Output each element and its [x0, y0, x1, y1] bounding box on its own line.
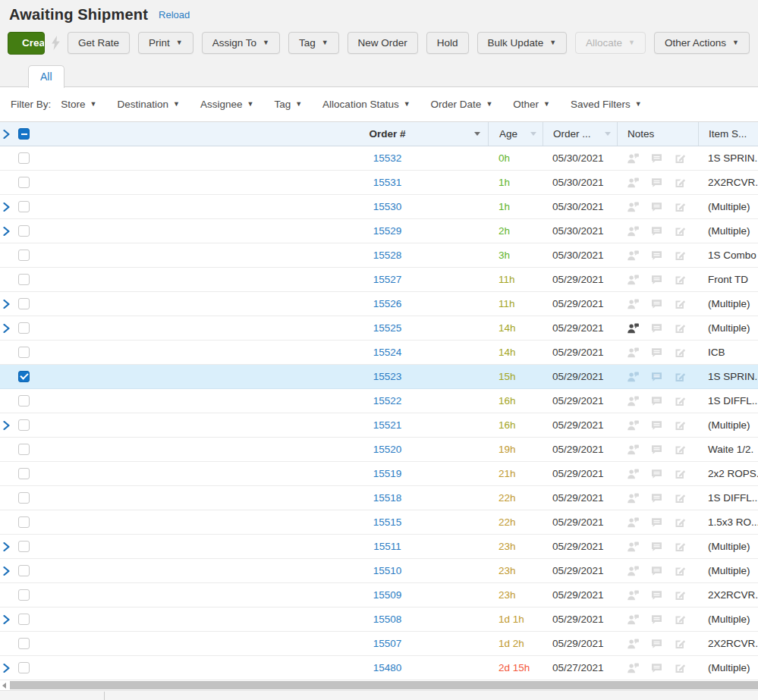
- edit-note-icon[interactable]: [674, 152, 687, 165]
- buyer-note-icon[interactable]: [627, 444, 640, 456]
- edit-note-icon[interactable]: [674, 444, 687, 456]
- edit-note-icon[interactable]: [674, 492, 687, 504]
- edit-note-icon[interactable]: [674, 250, 687, 262]
- order-number-link[interactable]: 15508: [373, 614, 402, 625]
- buyer-note-icon[interactable]: [627, 322, 640, 334]
- order-note-icon[interactable]: [650, 250, 663, 262]
- other-actions-button[interactable]: Other Actions▼: [654, 32, 750, 54]
- table-row[interactable]: 15508 1d 1h 05/29/2021: [0, 607, 758, 632]
- row-checkbox[interactable]: [18, 274, 30, 285]
- buyer-note-icon[interactable]: [627, 152, 640, 165]
- table-row[interactable]: 15507 1d 2h 05/29/2021: [0, 632, 758, 656]
- buyer-note-icon[interactable]: [627, 492, 640, 504]
- table-row[interactable]: 15525 14h 05/29/2021: [0, 316, 758, 341]
- buyer-note-icon[interactable]: [627, 468, 640, 480]
- buyer-note-icon[interactable]: [627, 565, 640, 577]
- order-note-icon[interactable]: [650, 516, 663, 529]
- table-row[interactable]: 15526 11h 05/29/2021: [0, 292, 758, 316]
- buyer-note-icon[interactable]: [627, 250, 640, 262]
- edit-note-icon[interactable]: [674, 638, 687, 650]
- order-note-icon[interactable]: [650, 589, 663, 601]
- row-checkbox[interactable]: [18, 516, 30, 528]
- buyer-note-icon[interactable]: [627, 225, 640, 237]
- table-row[interactable]: 15530 1h 05/30/2021: [0, 195, 758, 219]
- row-checkbox[interactable]: [18, 177, 30, 188]
- assign-to-button[interactable]: Assign To▼: [202, 32, 280, 54]
- row-checkbox[interactable]: [18, 419, 30, 431]
- buyer-note-icon[interactable]: [627, 516, 640, 529]
- edit-note-icon[interactable]: [674, 468, 687, 480]
- edit-note-icon[interactable]: [674, 274, 687, 286]
- order-note-icon[interactable]: [650, 371, 663, 383]
- order-note-icon[interactable]: [650, 541, 663, 553]
- buyer-note-icon[interactable]: [627, 589, 640, 601]
- expand-all-chevron-icon[interactable]: [3, 130, 10, 139]
- order-number-link[interactable]: 15527: [373, 274, 402, 285]
- order-note-icon[interactable]: [650, 419, 663, 432]
- buyer-note-icon[interactable]: [627, 638, 640, 650]
- expand-row-chevron-icon[interactable]: [3, 615, 10, 624]
- buyer-note-icon[interactable]: [627, 662, 640, 674]
- buyer-note-icon[interactable]: [627, 347, 640, 359]
- table-row[interactable]: 15529 2h 05/30/2021: [0, 219, 758, 243]
- order-note-icon[interactable]: [650, 347, 663, 359]
- row-checkbox[interactable]: [18, 152, 30, 164]
- sort-icon[interactable]: [530, 132, 536, 136]
- row-checkbox[interactable]: [18, 250, 30, 261]
- filter-other[interactable]: Other▼: [513, 99, 550, 110]
- row-checkbox[interactable]: [18, 468, 30, 479]
- order-note-icon[interactable]: [650, 225, 663, 237]
- order-note-icon[interactable]: [650, 201, 663, 213]
- row-checkbox[interactable]: [18, 492, 30, 504]
- bulk-update-button[interactable]: Bulk Update▼: [477, 32, 567, 54]
- edit-note-icon[interactable]: [674, 322, 687, 334]
- row-checkbox[interactable]: [18, 347, 30, 358]
- edit-note-icon[interactable]: [674, 225, 687, 237]
- filter-allocation-status[interactable]: Allocation Status▼: [322, 99, 410, 110]
- scroll-left-arrow-icon[interactable]: [2, 683, 6, 689]
- table-row[interactable]: 15528 3h 05/30/2021: [0, 243, 758, 268]
- order-number-link[interactable]: 15530: [373, 201, 402, 212]
- row-checkbox[interactable]: [18, 371, 30, 382]
- order-note-icon[interactable]: [650, 444, 663, 456]
- get-rate-button[interactable]: Get Rate: [68, 32, 130, 54]
- order-note-icon[interactable]: [650, 638, 663, 650]
- table-row[interactable]: 15532 0h 05/30/2021: [0, 146, 758, 171]
- expand-row-chevron-icon[interactable]: [3, 202, 10, 212]
- filter-store[interactable]: Store▼: [61, 99, 96, 110]
- order-note-icon[interactable]: [650, 274, 663, 286]
- table-row[interactable]: 15521 16h 05/29/2021: [0, 413, 758, 438]
- row-checkbox[interactable]: [18, 662, 30, 673]
- table-row[interactable]: 15480 2d 15h 05/27/2021: [0, 656, 758, 680]
- edit-note-icon[interactable]: [674, 565, 687, 577]
- sort-desc-icon[interactable]: [474, 132, 480, 136]
- edit-note-icon[interactable]: [674, 201, 687, 213]
- expand-row-chevron-icon[interactable]: [3, 227, 10, 236]
- order-number-link[interactable]: 15529: [373, 225, 402, 237]
- edit-note-icon[interactable]: [674, 419, 687, 432]
- order-note-icon[interactable]: [650, 395, 663, 407]
- horizontal-scrollbar[interactable]: [0, 680, 758, 690]
- order-note-icon[interactable]: [650, 177, 663, 189]
- buyer-note-icon[interactable]: [627, 371, 640, 383]
- tag-button[interactable]: Tag▼: [288, 32, 339, 54]
- filter-destination[interactable]: Destination▼: [117, 99, 179, 110]
- expand-row-chevron-icon[interactable]: [3, 542, 10, 551]
- row-checkbox[interactable]: [18, 322, 30, 334]
- row-checkbox[interactable]: [18, 614, 30, 625]
- column-header-item-sku[interactable]: Item S...: [709, 128, 747, 140]
- order-number-link[interactable]: 15507: [373, 638, 402, 649]
- buyer-note-icon[interactable]: [627, 614, 640, 626]
- expand-row-chevron-icon[interactable]: [3, 421, 10, 430]
- order-number-link[interactable]: 15509: [373, 589, 402, 601]
- edit-note-icon[interactable]: [674, 371, 687, 383]
- order-number-link[interactable]: 15519: [373, 468, 402, 479]
- row-checkbox[interactable]: [18, 565, 30, 576]
- expand-row-chevron-icon[interactable]: [3, 664, 10, 673]
- order-note-icon[interactable]: [650, 322, 663, 334]
- order-number-link[interactable]: 15531: [373, 177, 402, 188]
- row-checkbox[interactable]: [18, 589, 30, 601]
- order-number-link[interactable]: 15511: [373, 541, 401, 552]
- select-all-checkbox[interactable]: [18, 128, 30, 140]
- buyer-note-icon[interactable]: [627, 201, 640, 213]
